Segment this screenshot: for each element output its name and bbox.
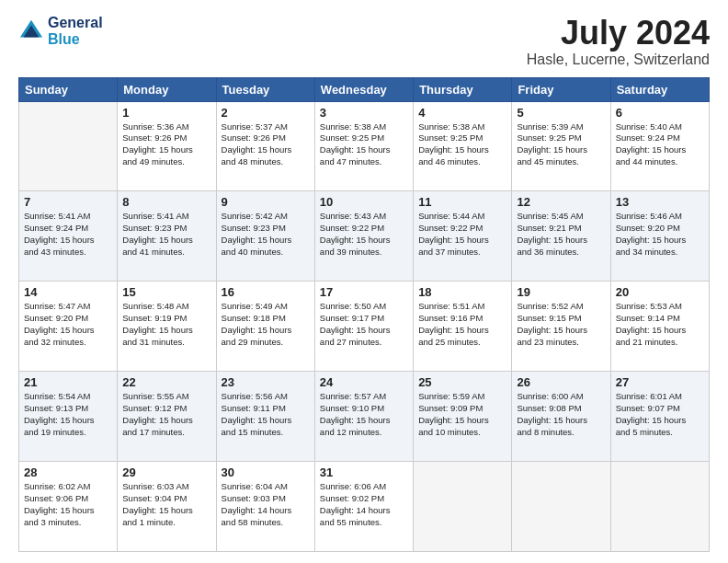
day-details: Sunrise: 5:41 AM Sunset: 9:24 PM Dayligh… — [24, 211, 112, 258]
day-number: 31 — [320, 465, 408, 479]
col-tuesday: Tuesday — [216, 77, 314, 101]
table-row: 20Sunrise: 5:53 AM Sunset: 9:14 PM Dayli… — [610, 282, 709, 372]
col-friday: Friday — [512, 77, 610, 101]
col-saturday: Saturday — [610, 77, 709, 101]
table-row: 28Sunrise: 6:02 AM Sunset: 9:06 PM Dayli… — [19, 462, 118, 552]
table-row: 10Sunrise: 5:43 AM Sunset: 9:22 PM Dayli… — [314, 191, 413, 282]
day-details: Sunrise: 5:57 AM Sunset: 9:10 PM Dayligh… — [320, 391, 408, 438]
day-number: 5 — [517, 106, 605, 120]
table-row — [610, 462, 709, 552]
day-number: 17 — [320, 285, 408, 299]
day-details: Sunrise: 5:38 AM Sunset: 9:25 PM Dayligh… — [418, 121, 506, 168]
day-details: Sunrise: 5:42 AM Sunset: 9:23 PM Dayligh… — [222, 211, 310, 258]
table-row: 6Sunrise: 5:40 AM Sunset: 9:24 PM Daylig… — [610, 101, 709, 191]
day-number: 19 — [517, 285, 605, 299]
day-number: 2 — [222, 106, 310, 120]
day-number: 10 — [320, 195, 408, 209]
day-details: Sunrise: 6:04 AM Sunset: 9:03 PM Dayligh… — [222, 481, 310, 528]
day-number: 22 — [122, 375, 210, 389]
table-row: 19Sunrise: 5:52 AM Sunset: 9:15 PM Dayli… — [512, 282, 610, 372]
table-row: 27Sunrise: 6:01 AM Sunset: 9:07 PM Dayli… — [610, 372, 709, 462]
table-row: 2Sunrise: 5:37 AM Sunset: 9:26 PM Daylig… — [216, 101, 314, 191]
day-details: Sunrise: 5:56 AM Sunset: 9:11 PM Dayligh… — [222, 391, 310, 438]
day-number: 11 — [418, 195, 506, 209]
table-row: 16Sunrise: 5:49 AM Sunset: 9:18 PM Dayli… — [216, 282, 314, 372]
day-number: 7 — [24, 195, 112, 209]
table-row — [414, 462, 512, 552]
table-row: 12Sunrise: 5:45 AM Sunset: 9:21 PM Dayli… — [512, 191, 610, 282]
day-number: 4 — [418, 106, 506, 120]
calendar-week-row: 14Sunrise: 5:47 AM Sunset: 9:20 PM Dayli… — [19, 282, 710, 372]
day-number: 25 — [418, 375, 506, 389]
day-details: Sunrise: 5:55 AM Sunset: 9:12 PM Dayligh… — [122, 391, 210, 438]
table-row: 8Sunrise: 5:41 AM Sunset: 9:23 PM Daylig… — [118, 191, 216, 282]
table-row: 31Sunrise: 6:06 AM Sunset: 9:02 PM Dayli… — [314, 462, 413, 552]
day-number: 23 — [222, 375, 310, 389]
day-details: Sunrise: 5:44 AM Sunset: 9:22 PM Dayligh… — [418, 211, 506, 258]
day-details: Sunrise: 5:38 AM Sunset: 9:25 PM Dayligh… — [320, 121, 408, 168]
col-wednesday: Wednesday — [314, 77, 413, 101]
day-number: 24 — [320, 375, 408, 389]
table-row: 11Sunrise: 5:44 AM Sunset: 9:22 PM Dayli… — [414, 191, 512, 282]
page: General Blue July 2024 Hasle, Lucerne, S… — [0, 0, 728, 563]
table-row: 21Sunrise: 5:54 AM Sunset: 9:13 PM Dayli… — [19, 372, 118, 462]
table-row: 4Sunrise: 5:38 AM Sunset: 9:25 PM Daylig… — [414, 101, 512, 191]
table-row: 25Sunrise: 5:59 AM Sunset: 9:09 PM Dayli… — [414, 372, 512, 462]
col-sunday: Sunday — [19, 77, 118, 101]
logo-blue: Blue — [48, 31, 103, 48]
day-number: 15 — [122, 285, 210, 299]
day-number: 6 — [616, 106, 704, 120]
day-details: Sunrise: 5:41 AM Sunset: 9:23 PM Dayligh… — [122, 211, 210, 258]
day-details: Sunrise: 5:45 AM Sunset: 9:21 PM Dayligh… — [517, 211, 605, 258]
day-details: Sunrise: 5:54 AM Sunset: 9:13 PM Dayligh… — [24, 391, 112, 438]
day-details: Sunrise: 5:43 AM Sunset: 9:22 PM Dayligh… — [320, 211, 408, 258]
calendar-header-row: Sunday Monday Tuesday Wednesday Thursday… — [19, 77, 710, 101]
calendar-week-row: 7Sunrise: 5:41 AM Sunset: 9:24 PM Daylig… — [19, 191, 710, 282]
day-details: Sunrise: 6:02 AM Sunset: 9:06 PM Dayligh… — [24, 481, 112, 528]
day-details: Sunrise: 6:00 AM Sunset: 9:08 PM Dayligh… — [517, 391, 605, 438]
table-row: 9Sunrise: 5:42 AM Sunset: 9:23 PM Daylig… — [216, 191, 314, 282]
day-number: 1 — [122, 106, 210, 120]
day-details: Sunrise: 5:53 AM Sunset: 9:14 PM Dayligh… — [616, 301, 704, 348]
table-row: 17Sunrise: 5:50 AM Sunset: 9:17 PM Dayli… — [314, 282, 413, 372]
day-details: Sunrise: 5:49 AM Sunset: 9:18 PM Dayligh… — [222, 301, 310, 348]
day-details: Sunrise: 6:03 AM Sunset: 9:04 PM Dayligh… — [122, 481, 210, 528]
table-row — [19, 101, 118, 191]
col-monday: Monday — [118, 77, 216, 101]
table-row: 3Sunrise: 5:38 AM Sunset: 9:25 PM Daylig… — [314, 101, 413, 191]
table-row: 15Sunrise: 5:48 AM Sunset: 9:19 PM Dayli… — [118, 282, 216, 372]
table-row: 5Sunrise: 5:39 AM Sunset: 9:25 PM Daylig… — [512, 101, 610, 191]
header: General Blue July 2024 Hasle, Lucerne, S… — [18, 15, 710, 68]
day-details: Sunrise: 5:39 AM Sunset: 9:25 PM Dayligh… — [517, 121, 605, 168]
day-details: Sunrise: 5:40 AM Sunset: 9:24 PM Dayligh… — [616, 121, 704, 168]
day-details: Sunrise: 5:47 AM Sunset: 9:20 PM Dayligh… — [24, 301, 112, 348]
table-row: 1Sunrise: 5:36 AM Sunset: 9:26 PM Daylig… — [118, 101, 216, 191]
table-row: 26Sunrise: 6:00 AM Sunset: 9:08 PM Dayli… — [512, 372, 610, 462]
day-details: Sunrise: 5:37 AM Sunset: 9:26 PM Dayligh… — [222, 121, 310, 168]
table-row: 29Sunrise: 6:03 AM Sunset: 9:04 PM Dayli… — [118, 462, 216, 552]
day-number: 14 — [24, 285, 112, 299]
logo-general: General — [48, 15, 103, 31]
calendar-week-row: 21Sunrise: 5:54 AM Sunset: 9:13 PM Dayli… — [19, 372, 710, 462]
day-number: 12 — [517, 195, 605, 209]
table-row — [512, 462, 610, 552]
subtitle: Hasle, Lucerne, Switzerland — [527, 52, 710, 68]
day-number: 8 — [122, 195, 210, 209]
day-details: Sunrise: 5:46 AM Sunset: 9:20 PM Dayligh… — [616, 211, 704, 258]
day-number: 16 — [222, 285, 310, 299]
calendar-week-row: 1Sunrise: 5:36 AM Sunset: 9:26 PM Daylig… — [19, 101, 710, 191]
day-number: 26 — [517, 375, 605, 389]
logo-icon — [18, 18, 44, 44]
table-row: 13Sunrise: 5:46 AM Sunset: 9:20 PM Dayli… — [610, 191, 709, 282]
day-number: 30 — [222, 465, 310, 479]
day-number: 13 — [616, 195, 704, 209]
table-row: 18Sunrise: 5:51 AM Sunset: 9:16 PM Dayli… — [414, 282, 512, 372]
main-title: July 2024 — [527, 15, 710, 52]
day-details: Sunrise: 5:59 AM Sunset: 9:09 PM Dayligh… — [418, 391, 506, 438]
day-details: Sunrise: 5:52 AM Sunset: 9:15 PM Dayligh… — [517, 301, 605, 348]
day-details: Sunrise: 5:51 AM Sunset: 9:16 PM Dayligh… — [418, 301, 506, 348]
day-number: 20 — [616, 285, 704, 299]
day-details: Sunrise: 6:06 AM Sunset: 9:02 PM Dayligh… — [320, 481, 408, 528]
title-section: July 2024 Hasle, Lucerne, Switzerland — [527, 15, 710, 68]
table-row: 24Sunrise: 5:57 AM Sunset: 9:10 PM Dayli… — [314, 372, 413, 462]
